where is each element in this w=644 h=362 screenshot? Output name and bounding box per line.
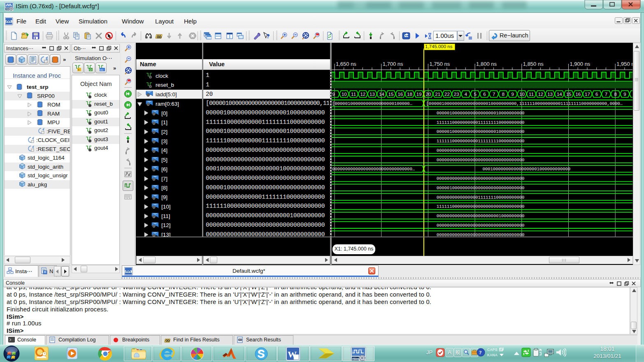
svg-text:13: 13	[547, 92, 553, 97]
svg-text:8: 8	[502, 92, 505, 97]
svg-text:?: ?	[266, 33, 270, 39]
svg-text:7: 7	[605, 92, 607, 97]
svg-text:000001000000000000000001000000: 0000010000000000000000010000000000	[437, 129, 525, 134]
svg-text:1,850 ns: 1,850 ns	[523, 61, 544, 67]
svg-text:14: 14	[379, 92, 384, 97]
svg-text:8: 8	[614, 92, 616, 97]
svg-text:1,750 ns: 1,750 ns	[429, 61, 450, 67]
svg-text:4: 4	[465, 92, 467, 97]
svg-text:10: 10	[519, 92, 525, 97]
svg-text:O: O	[90, 68, 92, 71]
svg-text:19: 19	[416, 92, 422, 97]
svg-text:9: 9	[511, 92, 514, 97]
svg-text:[00000100000000000000000100000: [00000100000000000000000100000…	[332, 101, 412, 106]
svg-text:[00000100000000000000000100000: [0000010000000000000000010000000000,1111…	[426, 101, 623, 106]
svg-text:11: 11	[529, 92, 534, 97]
svg-text:10: 10	[342, 92, 347, 97]
svg-text:?: ?	[479, 349, 482, 355]
svg-text:6: 6	[483, 92, 486, 97]
svg-text:16: 16	[575, 92, 581, 97]
svg-text:6: 6	[595, 92, 598, 97]
svg-text:111111000000000011111111000000: 1111110000000000111111110000000000	[437, 139, 525, 144]
svg-text:12: 12	[538, 92, 543, 97]
svg-text:1,950 ns: 1,950 ns	[616, 61, 632, 67]
svg-text:000001000000000000000000000000: 0000010000000000000000000000000000	[437, 186, 525, 190]
svg-text:1,800 ns: 1,800 ns	[476, 61, 497, 67]
svg-text:111111000000000011111111000000: 1111110000000000111111110000000000	[437, 120, 525, 125]
svg-text:000000000000000000000000000000: 0000000000000000000000000000000000	[437, 223, 525, 228]
svg-text:W: W	[288, 349, 297, 360]
svg-text:000000000000000000000000000000: 0000000000000000000000000000000000	[437, 176, 525, 181]
svg-text:22: 22	[444, 92, 450, 97]
svg-text:9: 9	[332, 92, 335, 97]
svg-text:I: I	[78, 68, 79, 71]
svg-text:ISIm: ISIm	[352, 357, 359, 361]
svg-text:5: 5	[474, 92, 476, 97]
svg-text:000100000000000000000100000000: 0001000000000000000001000000000000	[483, 167, 571, 172]
svg-text:000000000000000000000000000000: 0000000000000000000000000000000000	[437, 158, 525, 162]
svg-text:111111000000000000000000000000: 1111110000000000000000000000000000	[437, 204, 525, 209]
svg-text:23: 23	[454, 92, 459, 97]
svg-text:18: 18	[407, 92, 412, 97]
svg-text:15: 15	[566, 92, 572, 97]
svg-text:12: 12	[360, 92, 365, 97]
svg-text:11: 11	[351, 92, 356, 97]
svg-text:20: 20	[426, 92, 431, 97]
svg-text:000000000000000011111110000000: 0000000000000000111111100000000000	[437, 195, 525, 200]
svg-text:000001000000000000000001000000: 0000010000000000000000010000000000	[437, 111, 525, 116]
svg-text:000000000000000000000000000000: 0000000000000000000000000000000000	[437, 148, 525, 153]
svg-text:I/O: I/O	[100, 69, 103, 71]
svg-text:16: 16	[398, 92, 403, 97]
svg-text:13: 13	[370, 92, 375, 97]
svg-text:7: 7	[493, 92, 495, 97]
svg-text:000000000000000000000000000000: 0000000000000000000000000000000…	[332, 167, 415, 172]
svg-text:17: 17	[585, 92, 590, 97]
svg-text:21: 21	[435, 92, 440, 97]
svg-text:1,900 ns: 1,900 ns	[570, 61, 591, 67]
svg-text:1,650 ns: 1,650 ns	[336, 61, 356, 67]
svg-text:15: 15	[388, 92, 394, 97]
svg-text:14: 14	[557, 92, 562, 97]
svg-text:000000000000000000000000100000: 0000000000000000000000001000000000	[437, 213, 525, 218]
svg-text:9: 9	[623, 92, 626, 97]
svg-text:1,700 ns: 1,700 ns	[383, 61, 403, 67]
